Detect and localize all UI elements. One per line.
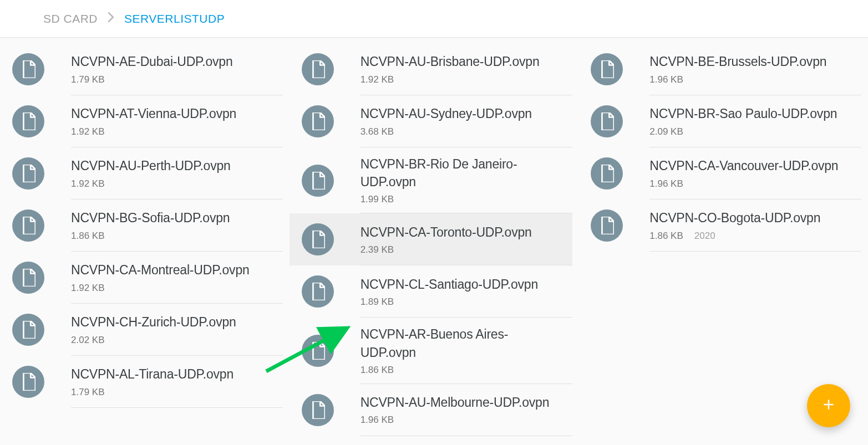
file-name: NCVPN-CO-Bogota-UDP.ovpn [649, 209, 851, 227]
file-size: 1.92 KB [71, 126, 105, 137]
file-item[interactable]: NCVPN-CA-Toronto-UDP.ovpn2.39 KB [290, 213, 572, 265]
file-meta: NCVPN-CL-Santiago-UDP.ovpn1.89 KB [361, 273, 572, 318]
file-item[interactable]: NCVPN-AR-Buenos Aires-UDP.ovpn1.86 KB [290, 318, 572, 383]
file-meta: NCVPN-AL-Tirana-UDP.ovpn1.79 KB [71, 364, 283, 408]
file-icon [591, 209, 623, 242]
file-meta: NCVPN-CA-Toronto-UDP.ovpn2.39 KB [361, 221, 572, 265]
file-name: NCVPN-AU-Brisbane-UDP.ovpn [361, 53, 562, 70]
plus-icon [820, 396, 837, 415]
file-name: NCVPN-CA-Toronto-UDP.ovpn [361, 223, 562, 241]
chevron-right-icon [108, 12, 114, 25]
file-size: 2.09 KB [649, 126, 683, 137]
file-icon [591, 157, 623, 190]
file-item[interactable]: NCVPN-AU-Perth-UDP.ovpn1.92 KB [0, 147, 283, 200]
file-size: 1.86 KB [71, 231, 105, 242]
file-name: NCVPN-CH-Zurich-UDP.ovpn [71, 313, 273, 331]
file-item[interactable]: NCVPN-AE-Dubai-UDP.ovpn1.79 KB [0, 43, 283, 95]
file-item[interactable]: NCVPN-BG-Sofia-UDP.ovpn1.86 KB [0, 200, 283, 252]
file-meta: NCVPN-AU-Perth-UDP.ovpn1.92 KB [71, 155, 283, 200]
file-meta: NCVPN-BR-Rio De Janeiro-UDP.ovpn1.99 KB [361, 155, 572, 213]
file-icon [12, 314, 44, 346]
file-meta: NCVPN-BR-Sao Paulo-UDP.ovpn2.09 KB [649, 103, 861, 147]
file-icon [302, 335, 334, 367]
file-meta: NCVPN-AU-Sydney-UDP.ovpn3.68 KB [361, 103, 572, 147]
file-item[interactable]: NCVPN-AT-Vienna-UDP.ovpn1.92 KB [0, 95, 283, 147]
file-icon [12, 157, 44, 190]
breadcrumb-current[interactable]: SERVERLISTUDP [124, 12, 225, 25]
file-size: 3.68 KB [361, 126, 394, 137]
file-meta: NCVPN-BE-Brussels-UDP.ovpn1.96 KB [649, 51, 861, 95]
file-date: 2020 [694, 231, 715, 242]
file-name: NCVPN-CA-Montreal-UDP.ovpn [71, 261, 273, 279]
file-item[interactable]: NCVPN-AL-Tirana-UDP.ovpn1.79 KB [0, 356, 283, 408]
file-meta: NCVPN-CH-Zurich-UDP.ovpn2.02 KB [71, 311, 283, 356]
file-size: 2.39 KB [361, 244, 394, 255]
file-name: NCVPN-CA-Vancouver-UDP.ovpn [649, 157, 851, 175]
file-size: 1.92 KB [71, 178, 105, 190]
file-meta: NCVPN-AR-Buenos Aires-UDP.ovpn1.86 KB [361, 325, 572, 383]
file-list[interactable]: NCVPN-AE-Dubai-UDP.ovpn1.79 KBNCVPN-AT-V… [0, 38, 868, 445]
file-size: 1.79 KB [71, 74, 105, 85]
file-size: 1.96 KB [361, 415, 394, 426]
file-name: NCVPN-AU-Sydney-UDP.ovpn [361, 105, 562, 122]
file-size: 1.92 KB [361, 74, 394, 85]
file-icon [302, 165, 334, 197]
file-size: 1.96 KB [649, 178, 683, 190]
header-bar: SD CARD SERVERLISTUDP [0, 0, 868, 38]
file-name: NCVPN-CL-Santiago-UDP.ovpn [361, 275, 562, 293]
file-size: 2.02 KB [71, 335, 105, 346]
file-icon [12, 105, 44, 137]
file-icon [302, 105, 334, 137]
file-meta: NCVPN-CA-Montreal-UDP.ovpn1.92 KB [71, 259, 283, 304]
file-icon [12, 209, 44, 242]
file-size: 1.89 KB [361, 296, 394, 308]
file-size: 1.86 KB [649, 231, 683, 242]
file-meta: NCVPN-BG-Sofia-UDP.ovpn1.86 KB [71, 207, 283, 252]
add-button[interactable] [807, 384, 850, 427]
file-item[interactable]: NCVPN-CH-Zurich-UDP.ovpn2.02 KB [0, 304, 283, 356]
file-item[interactable]: NCVPN-BR-Sao Paulo-UDP.ovpn2.09 KB [578, 95, 861, 147]
file-item[interactable]: NCVPN-BE-Brussels-UDP.ovpn1.96 KB [578, 43, 861, 95]
file-item[interactable]: NCVPN-BR-Rio De Janeiro-UDP.ovpn1.99 KB [290, 147, 572, 213]
breadcrumb-parent[interactable]: SD CARD [43, 12, 98, 25]
file-icon [591, 105, 623, 137]
file-name: NCVPN-BE-Brussels-UDP.ovpn [649, 53, 851, 70]
file-meta: NCVPN-AT-Vienna-UDP.ovpn1.92 KB [71, 103, 283, 147]
file-name: NCVPN-AT-Vienna-UDP.ovpn [71, 105, 273, 122]
breadcrumb: SD CARD SERVERLISTUDP [43, 12, 225, 25]
file-item[interactable]: NCVPN-CL-Santiago-UDP.ovpn1.89 KB [290, 265, 572, 318]
file-meta: NCVPN-CO-Bogota-UDP.ovpn1.86 KB2020 [649, 207, 861, 252]
file-name: NCVPN-AU-Melbourne-UDP.ovpn [361, 393, 562, 411]
file-name: NCVPN-AU-Perth-UDP.ovpn [71, 157, 273, 175]
file-icon [302, 394, 334, 426]
file-meta: NCVPN-AU-Brisbane-UDP.ovpn1.92 KB [361, 51, 572, 95]
file-icon [591, 53, 623, 85]
file-name: NCVPN-BR-Rio De Janeiro-UDP.ovpn [361, 155, 562, 191]
file-size: 1.92 KB [71, 283, 105, 294]
file-size: 1.99 KB [361, 194, 394, 205]
file-name: NCVPN-AE-Dubai-UDP.ovpn [71, 53, 273, 70]
file-name: NCVPN-BR-Sao Paulo-UDP.ovpn [649, 105, 851, 122]
file-meta: NCVPN-AU-Melbourne-UDP.ovpn1.96 KB [361, 392, 572, 436]
file-item[interactable]: NCVPN-AU-Melbourne-UDP.ovpn1.96 KB [290, 384, 572, 436]
file-meta: NCVPN-CA-Vancouver-UDP.ovpn1.96 KB [649, 155, 861, 200]
file-meta: NCVPN-AE-Dubai-UDP.ovpn1.79 KB [71, 51, 283, 95]
file-name: NCVPN-AL-Tirana-UDP.ovpn [71, 365, 273, 383]
file-icon [302, 275, 334, 308]
file-icon [12, 262, 44, 294]
file-size: 1.96 KB [649, 74, 683, 85]
file-item[interactable]: NCVPN-AU-Sydney-UDP.ovpn3.68 KB [290, 95, 572, 147]
file-icon [12, 53, 44, 85]
file-icon [12, 366, 44, 398]
file-name: NCVPN-BG-Sofia-UDP.ovpn [71, 209, 273, 227]
file-item[interactable]: NCVPN-AU-Brisbane-UDP.ovpn1.92 KB [290, 43, 572, 95]
file-item[interactable]: NCVPN-CO-Bogota-UDP.ovpn1.86 KB2020 [578, 200, 861, 252]
file-name: NCVPN-AR-Buenos Aires-UDP.ovpn [361, 325, 562, 361]
file-item[interactable]: NCVPN-CA-Vancouver-UDP.ovpn1.96 KB [578, 147, 861, 200]
file-size: 1.86 KB [361, 365, 394, 376]
file-size: 1.79 KB [71, 387, 105, 398]
file-icon [302, 53, 334, 85]
file-icon [302, 223, 334, 255]
file-item[interactable]: NCVPN-CA-Montreal-UDP.ovpn1.92 KB [0, 252, 283, 304]
